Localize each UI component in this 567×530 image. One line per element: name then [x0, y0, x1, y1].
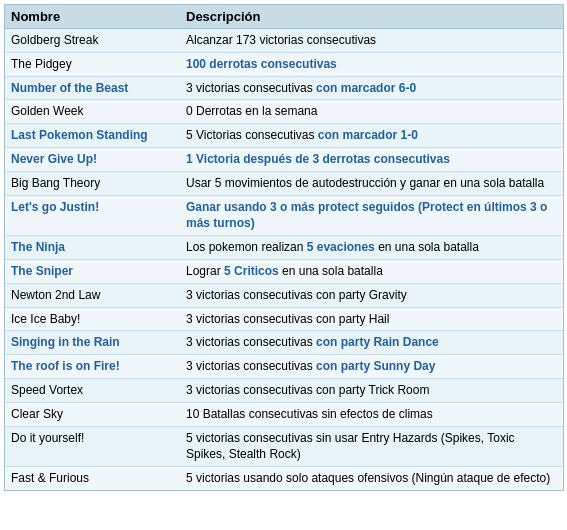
table-row: The roof is on Fire!3 victorias consecut…	[5, 355, 563, 379]
row-desc: 3 victorias consecutivas con party Gravi…	[186, 287, 557, 304]
table-body: Goldberg StreakAlcanzar 173 victorias co…	[5, 29, 563, 490]
row-desc: Usar 5 movimientos de autodestrucción y …	[186, 175, 557, 192]
row-desc: 3 victorias consecutivas con party Trick…	[186, 382, 557, 399]
table-row: Number of the Beast3 victorias consecuti…	[5, 77, 563, 101]
header-name: Nombre	[11, 9, 186, 24]
table-row: Golden Week0 Derrotas en la semana	[5, 100, 563, 124]
row-name: Clear Sky	[11, 406, 186, 423]
table-row: Ice Ice Baby!3 victorias consecutivas co…	[5, 308, 563, 332]
table-row: Never Give Up!1 Victoria después de 3 de…	[5, 148, 563, 172]
header-desc: Descripción	[186, 9, 557, 24]
row-desc: Lograr 5 Criticos en una sola batalla	[186, 263, 557, 280]
row-desc: 100 derrotas consecutivas	[186, 56, 557, 73]
row-name: Golden Week	[11, 103, 186, 120]
achievements-table: Nombre Descripción Goldberg StreakAlcanz…	[4, 4, 564, 491]
row-desc: 10 Batallas consecutivas sin efectos de …	[186, 406, 557, 423]
table-row: Singing in the Rain3 victorias consecuti…	[5, 331, 563, 355]
row-name: Fast & Furious	[11, 470, 186, 487]
row-desc: Ganar usando 3 o más protect seguidos (P…	[186, 199, 557, 233]
table-row: Clear Sky10 Batallas consecutivas sin ef…	[5, 403, 563, 427]
table-row: The NinjaLos pokemon realizan 5 evacione…	[5, 236, 563, 260]
row-name: Let's go Justin!	[11, 199, 186, 216]
row-desc: 3 victorias consecutivas con marcador 6-…	[186, 80, 557, 97]
row-desc: Alcanzar 173 victorias consecutivas	[186, 32, 557, 49]
row-name: The Ninja	[11, 239, 186, 256]
row-name: Ice Ice Baby!	[11, 311, 186, 328]
row-name: Speed Vortex	[11, 382, 186, 399]
table-row: Big Bang TheoryUsar 5 movimientos de aut…	[5, 172, 563, 196]
row-desc: 5 victorias usando solo ataques ofensivo…	[186, 470, 557, 487]
row-name: Number of the Beast	[11, 80, 186, 97]
row-name: Newton 2nd Law	[11, 287, 186, 304]
row-name: Singing in the Rain	[11, 334, 186, 351]
table-row: Last Pokemon Standing5 Victorias consecu…	[5, 124, 563, 148]
row-name: Never Give Up!	[11, 151, 186, 168]
row-name: Goldberg Streak	[11, 32, 186, 49]
table-row: Fast & Furious5 victorias usando solo at…	[5, 467, 563, 490]
row-desc: 5 victorias consecutivas sin usar Entry …	[186, 430, 557, 464]
row-desc: 3 victorias consecutivas con party Sunny…	[186, 358, 557, 375]
row-desc: 3 victorias consecutivas con party Rain …	[186, 334, 557, 351]
row-name: The roof is on Fire!	[11, 358, 186, 375]
row-desc: 5 Victorias consecutivas con marcador 1-…	[186, 127, 557, 144]
row-desc: Los pokemon realizan 5 evaciones en una …	[186, 239, 557, 256]
row-name: Big Bang Theory	[11, 175, 186, 192]
row-name: Last Pokemon Standing	[11, 127, 186, 144]
table-row: Speed Vortex3 victorias consecutivas con…	[5, 379, 563, 403]
table-row: The SniperLograr 5 Criticos en una sola …	[5, 260, 563, 284]
table-row: Let's go Justin!Ganar usando 3 o más pro…	[5, 196, 563, 237]
row-name: The Sniper	[11, 263, 186, 280]
row-desc: 1 Victoria después de 3 derrotas consecu…	[186, 151, 557, 168]
table-row: Newton 2nd Law3 victorias consecutivas c…	[5, 284, 563, 308]
table-row: Do it yourself!5 victorias consecutivas …	[5, 427, 563, 468]
row-desc: 0 Derrotas en la semana	[186, 103, 557, 120]
row-desc: 3 victorias consecutivas con party Hail	[186, 311, 557, 328]
table-row: The Pidgey100 derrotas consecutivas	[5, 53, 563, 77]
table-header: Nombre Descripción	[5, 5, 563, 29]
table-row: Goldberg StreakAlcanzar 173 victorias co…	[5, 29, 563, 53]
row-name: Do it yourself!	[11, 430, 186, 447]
row-name: The Pidgey	[11, 56, 186, 73]
